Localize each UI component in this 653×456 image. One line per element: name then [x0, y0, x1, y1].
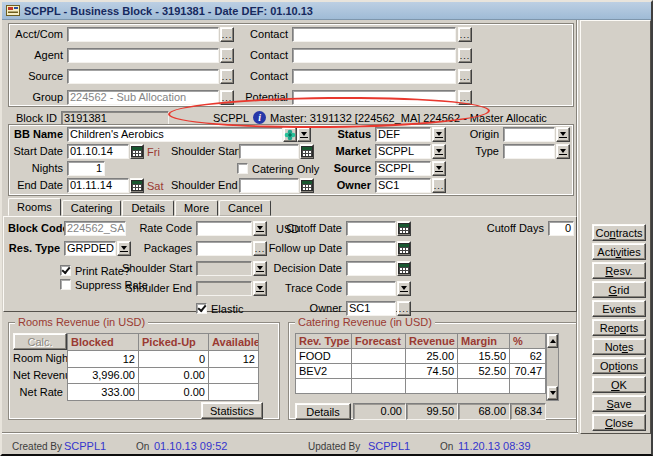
follow-up-date-calendar-button[interactable]	[397, 241, 411, 256]
options-button[interactable]: Options	[592, 357, 646, 374]
owner-lov-button[interactable]: ...	[432, 178, 446, 193]
cell[interactable]	[352, 349, 406, 364]
source2-field[interactable]: SCPPL	[375, 161, 431, 176]
contact3-lov-button[interactable]: ...	[458, 69, 472, 84]
origin-dropdown-button[interactable]	[556, 127, 570, 142]
rate-code-field[interactable]	[196, 221, 252, 236]
print-rate-checkbox[interactable]	[60, 265, 71, 276]
acctcom-lov-button[interactable]: ...	[220, 27, 234, 42]
grid-button[interactable]: Grid	[592, 281, 646, 298]
info-icon[interactable]: i	[253, 111, 266, 124]
close-button[interactable]: Close	[592, 414, 646, 431]
cell[interactable]	[209, 384, 259, 401]
tab-catering[interactable]: Catering	[62, 200, 122, 216]
shoulder-end-calendar-button[interactable]	[300, 178, 314, 193]
cell[interactable]: 3,996.00	[68, 367, 139, 384]
scroll-up-button[interactable]	[547, 334, 558, 348]
market-field[interactable]: SCPPL	[375, 144, 431, 159]
tab-owner-field[interactable]: SC1	[346, 301, 396, 316]
end-date-field[interactable]: 01.11.14	[67, 178, 129, 193]
statistics-button[interactable]: Statistics	[201, 402, 263, 419]
elastic-checkbox[interactable]	[196, 303, 207, 314]
cutoff-date-calendar-button[interactable]	[397, 221, 411, 236]
cell[interactable]	[458, 379, 510, 394]
type-field[interactable]	[503, 144, 555, 159]
group-field[interactable]: 224562 - Sub Allocation	[67, 90, 219, 105]
group-lov-button[interactable]: ...	[220, 90, 234, 105]
cell[interactable]: 12	[209, 350, 259, 367]
cell[interactable]: 0.00	[139, 367, 209, 384]
status-dropdown-button[interactable]	[432, 127, 446, 142]
cell[interactable]: 12	[68, 350, 139, 367]
end-date-calendar-button[interactable]	[130, 178, 144, 193]
agent-field[interactable]	[67, 48, 219, 63]
start-date-field[interactable]: 01.10.14	[67, 144, 129, 159]
suppress-rate-checkbox[interactable]	[60, 279, 71, 290]
cell[interactable]	[352, 364, 406, 379]
res-type-field[interactable]: GRPDED	[64, 241, 116, 256]
source-field[interactable]	[67, 69, 219, 84]
contact3-field[interactable]	[292, 69, 456, 84]
scroll-down-button[interactable]	[547, 386, 558, 400]
cutoff-days-field[interactable]: 0	[548, 221, 574, 236]
tab-cancel[interactable]: Cancel	[219, 200, 271, 216]
save-button[interactable]: Save	[592, 395, 646, 412]
details-button[interactable]: Details	[295, 403, 351, 420]
contact2-lov-button[interactable]: ...	[458, 48, 472, 63]
activities-button[interactable]: Activities	[592, 243, 646, 260]
bb-name-dropdown-button[interactable]	[297, 127, 311, 142]
cell[interactable]: 74.50	[406, 364, 458, 379]
shoulder-end-field[interactable]	[239, 178, 299, 193]
potential-field[interactable]	[292, 90, 456, 105]
notes-button[interactable]: Notes	[592, 338, 646, 355]
cell[interactable]: 70.47	[510, 364, 546, 379]
acctcom-field[interactable]	[67, 27, 219, 42]
translate-button[interactable]	[283, 127, 297, 142]
trace-code-field[interactable]	[346, 281, 396, 296]
catering-only-checkbox[interactable]	[237, 163, 248, 174]
cell[interactable]: 52.50	[458, 364, 510, 379]
type-dropdown-button[interactable]	[556, 144, 570, 159]
cell[interactable]: 15.50	[458, 349, 510, 364]
follow-up-date-field[interactable]	[346, 241, 396, 256]
cell[interactable]	[209, 367, 259, 384]
catering-scrollbar[interactable]	[546, 333, 559, 401]
cell[interactable]: FOOD	[296, 349, 352, 364]
source-dropdown-button[interactable]	[432, 161, 446, 176]
contact2-field[interactable]	[292, 48, 456, 63]
cell[interactable]: 0.00	[139, 384, 209, 401]
market-dropdown-button[interactable]	[432, 144, 446, 159]
start-date-calendar-button[interactable]	[130, 144, 144, 159]
nights-field[interactable]: 1	[67, 161, 105, 176]
resv-button[interactable]: Resv.	[592, 262, 646, 279]
cell[interactable]: 62	[510, 349, 546, 364]
owner-field[interactable]: SC1	[375, 178, 431, 193]
potential-lov-button[interactable]: ...	[458, 90, 472, 105]
cell[interactable]	[406, 379, 458, 394]
cell[interactable]	[510, 379, 546, 394]
tab-rooms[interactable]: Rooms	[8, 198, 61, 216]
contact1-field[interactable]	[292, 27, 456, 42]
origin-field[interactable]	[503, 127, 555, 142]
contracts-button[interactable]: Contracts	[592, 224, 646, 241]
tab-owner-lov-button[interactable]: ...	[397, 301, 411, 316]
cell[interactable]: 25.00	[406, 349, 458, 364]
trace-code-dropdown-button[interactable]	[397, 281, 411, 296]
source-lov-button[interactable]: ...	[220, 69, 234, 84]
cell[interactable]: 0	[139, 350, 209, 367]
contact1-lov-button[interactable]: ...	[458, 27, 472, 42]
shoulder-start-calendar-button[interactable]	[300, 144, 314, 159]
tab-details[interactable]: Details	[122, 200, 174, 216]
decision-date-field[interactable]	[346, 261, 396, 276]
agent-lov-button[interactable]: ...	[220, 48, 234, 63]
cell[interactable]	[352, 379, 406, 394]
events-button[interactable]: Events	[592, 300, 646, 317]
packages-field[interactable]	[196, 241, 252, 256]
bb-name-field[interactable]: Children's Aerobics	[67, 127, 283, 142]
cell[interactable]: 333.00	[68, 384, 139, 401]
tab-more[interactable]: More	[175, 200, 218, 216]
shoulder-start-field[interactable]	[239, 144, 299, 159]
status-field[interactable]: DEF	[375, 127, 431, 142]
ok-button[interactable]: OK	[592, 376, 646, 393]
cell[interactable]: BEV2	[296, 364, 352, 379]
